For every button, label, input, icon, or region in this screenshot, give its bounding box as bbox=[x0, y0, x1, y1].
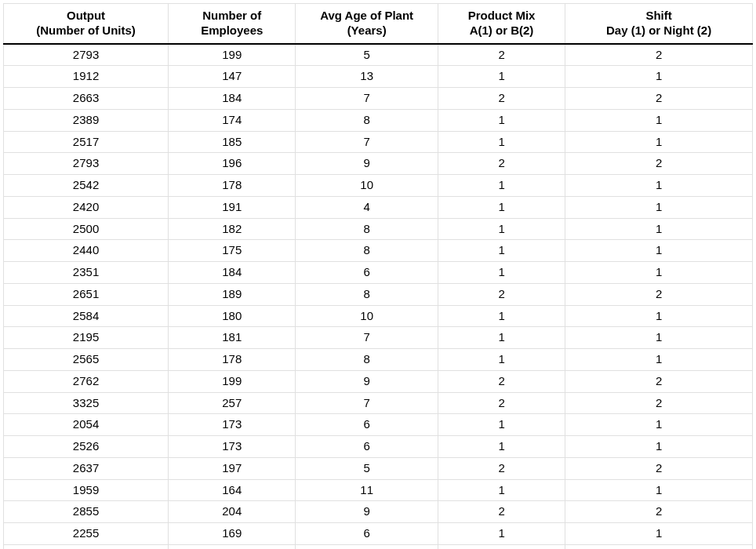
table-cell: 2637 bbox=[4, 457, 169, 479]
table-row: 2655180321 bbox=[4, 544, 753, 549]
table-cell: 6 bbox=[296, 414, 438, 436]
table-cell: 174 bbox=[169, 109, 296, 131]
table-cell: 2 bbox=[565, 501, 753, 523]
table-cell: 2 bbox=[438, 392, 565, 414]
table-cell: 2 bbox=[565, 283, 753, 305]
table-cell: 2 bbox=[565, 370, 753, 392]
table-cell: 8 bbox=[296, 283, 438, 305]
table-cell: 2542 bbox=[4, 175, 169, 197]
table-cell: 2655 bbox=[4, 544, 169, 549]
col-header-shift: Shift Day (1) or Night (2) bbox=[565, 4, 753, 44]
table-cell: 1 bbox=[438, 414, 565, 436]
table-row: 2526173611 bbox=[4, 436, 753, 458]
table-cell: 2 bbox=[438, 153, 565, 175]
table-row: 2351184611 bbox=[4, 262, 753, 284]
table-cell: 147 bbox=[169, 66, 296, 88]
header-line2: Employees bbox=[201, 24, 263, 37]
header-line2: (Years) bbox=[347, 24, 387, 37]
table-row: 19121471311 bbox=[4, 66, 753, 88]
table-cell: 1 bbox=[565, 218, 753, 240]
data-table: Output (Number of Units) Number of Emplo… bbox=[3, 3, 753, 549]
table-cell: 2 bbox=[565, 457, 753, 479]
table-cell: 2 bbox=[565, 392, 753, 414]
table-cell: 8 bbox=[296, 218, 438, 240]
table-cell: 6 bbox=[296, 262, 438, 284]
table-cell: 2389 bbox=[4, 109, 169, 131]
table-cell: 2 bbox=[565, 153, 753, 175]
table-cell: 181 bbox=[169, 327, 296, 349]
table-cell: 1 bbox=[565, 175, 753, 197]
header-line2: (Number of Units) bbox=[36, 24, 136, 37]
table-cell: 7 bbox=[296, 327, 438, 349]
table-row: 2565178811 bbox=[4, 349, 753, 371]
table-cell: 1 bbox=[438, 479, 565, 501]
table-cell: 1 bbox=[565, 436, 753, 458]
table-body: 2793199522191214713112663184722238917481… bbox=[4, 44, 753, 550]
table-row: 2855204922 bbox=[4, 501, 753, 523]
table-cell: 1 bbox=[438, 305, 565, 327]
table-row: 2389174811 bbox=[4, 109, 753, 131]
table-cell: 2 bbox=[438, 283, 565, 305]
table-cell: 185 bbox=[169, 131, 296, 153]
table-cell: 1 bbox=[438, 349, 565, 371]
table-cell: 164 bbox=[169, 479, 296, 501]
table-row: 25421781011 bbox=[4, 175, 753, 197]
table-cell: 175 bbox=[169, 240, 296, 262]
table-cell: 1 bbox=[438, 523, 565, 545]
table-cell: 2 bbox=[565, 88, 753, 110]
table-row: 2793199522 bbox=[4, 44, 753, 66]
table-cell: 1 bbox=[438, 131, 565, 153]
table-cell: 1 bbox=[438, 196, 565, 218]
header-line1: Product Mix bbox=[468, 9, 536, 22]
table-cell: 1 bbox=[565, 66, 753, 88]
table-cell: 1 bbox=[565, 327, 753, 349]
table-cell: 1 bbox=[565, 414, 753, 436]
col-header-product-mix: Product Mix A(1) or B(2) bbox=[438, 4, 565, 44]
table-cell: 2565 bbox=[4, 349, 169, 371]
table-cell: 3 bbox=[296, 544, 438, 549]
table-cell: 6 bbox=[296, 523, 438, 545]
table-cell: 2 bbox=[438, 544, 565, 549]
table-cell: 182 bbox=[169, 218, 296, 240]
table-cell: 10 bbox=[296, 305, 438, 327]
table-row: 2762199922 bbox=[4, 370, 753, 392]
table-cell: 1 bbox=[565, 240, 753, 262]
table-row: 19591641111 bbox=[4, 479, 753, 501]
header-line2: A(1) or B(2) bbox=[470, 24, 534, 37]
table-cell: 184 bbox=[169, 262, 296, 284]
table-cell: 2440 bbox=[4, 240, 169, 262]
table-cell: 1 bbox=[565, 305, 753, 327]
table-cell: 1 bbox=[438, 327, 565, 349]
table-cell: 9 bbox=[296, 370, 438, 392]
table-cell: 2651 bbox=[4, 283, 169, 305]
header-row: Output (Number of Units) Number of Emplo… bbox=[4, 4, 753, 44]
table-cell: 2 bbox=[438, 501, 565, 523]
table-cell: 2351 bbox=[4, 262, 169, 284]
table-cell: 2 bbox=[438, 370, 565, 392]
table-cell: 7 bbox=[296, 88, 438, 110]
table-cell: 1912 bbox=[4, 66, 169, 88]
table-cell: 5 bbox=[296, 457, 438, 479]
table-cell: 5 bbox=[296, 44, 438, 66]
table-cell: 1 bbox=[565, 349, 753, 371]
table-cell: 6 bbox=[296, 436, 438, 458]
table-cell: 7 bbox=[296, 392, 438, 414]
table-cell: 9 bbox=[296, 501, 438, 523]
table-cell: 180 bbox=[169, 544, 296, 549]
table-cell: 204 bbox=[169, 501, 296, 523]
table-cell: 257 bbox=[169, 392, 296, 414]
table-cell: 4 bbox=[296, 196, 438, 218]
table-cell: 2500 bbox=[4, 218, 169, 240]
table-cell: 2 bbox=[438, 88, 565, 110]
table-cell: 189 bbox=[169, 283, 296, 305]
table-cell: 2195 bbox=[4, 327, 169, 349]
header-line1: Number of bbox=[202, 9, 261, 22]
table-row: 2195181711 bbox=[4, 327, 753, 349]
table-cell: 1 bbox=[438, 436, 565, 458]
table-cell: 1 bbox=[438, 240, 565, 262]
table-cell: 2 bbox=[438, 457, 565, 479]
table-cell: 2584 bbox=[4, 305, 169, 327]
table-cell: 1 bbox=[565, 479, 753, 501]
table-cell: 196 bbox=[169, 153, 296, 175]
table-cell: 3325 bbox=[4, 392, 169, 414]
